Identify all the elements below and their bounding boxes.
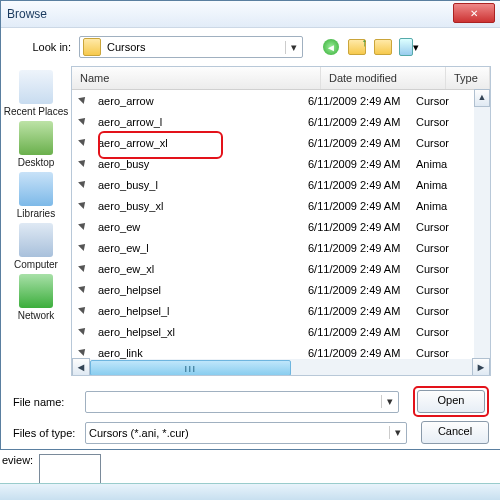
lookin-value: Cursors [104,41,285,53]
sidebar-item-computer[interactable]: Computer [14,223,58,270]
file-row[interactable]: aero_helpsel6/11/2009 2:49 AMCursor [72,279,490,300]
cursor-file-icon [78,178,92,192]
taskbar [0,483,500,500]
file-row[interactable]: aero_helpsel_l6/11/2009 2:49 AMCursor [72,300,490,321]
new-folder-button[interactable] [373,37,393,57]
file-row[interactable]: aero_ew_xl6/11/2009 2:49 AMCursor [72,258,490,279]
file-date: 6/11/2009 2:49 AM [308,284,416,296]
column-date[interactable]: Date modified [321,67,446,89]
window-buttons: ✕ [451,3,495,23]
file-name: aero_busy_xl [98,200,308,212]
column-type[interactable]: Type [446,67,490,89]
file-date: 6/11/2009 2:49 AM [308,179,416,191]
file-date: 6/11/2009 2:49 AM [308,95,416,107]
sidebar-item-network[interactable]: Network [18,274,55,321]
file-date: 6/11/2009 2:49 AM [308,305,416,317]
scroll-up-button[interactable]: ▲ [474,89,490,107]
new-folder-icon [374,39,392,55]
filetype-value: Cursors (*.ani, *.cur) [86,427,389,439]
file-date: 6/11/2009 2:49 AM [308,347,416,359]
cursor-file-icon [78,94,92,108]
sidebar-item-libraries[interactable]: Libraries [17,172,55,219]
filetype-combo[interactable]: Cursors (*.ani, *.cur) ▾ [85,422,407,444]
sidebar-item-recent[interactable]: Recent Places [4,70,68,117]
sidebar-item-label: Desktop [18,157,55,168]
cancel-button[interactable]: Cancel [421,421,489,444]
view-icon [399,38,413,56]
back-button[interactable]: ◄ [321,37,341,57]
scroll-thumb[interactable]: ııı [90,360,291,376]
cursor-file-icon [78,220,92,234]
sidebar-item-label: Libraries [17,208,55,219]
open-highlight: Open [413,386,489,417]
file-name: aero_link [98,347,308,359]
titlebar: Browse ✕ [1,1,500,28]
desktop-icon [19,121,53,155]
file-list-header: Name Date modified Type [72,67,490,90]
file-name: aero_helpsel_l [98,305,308,317]
browse-dialog: Browse ✕ Look in: Cursors ▾ ◄ ▾ Recent P… [0,0,500,450]
chevron-down-icon[interactable]: ▾ [389,426,406,439]
file-date: 6/11/2009 2:49 AM [308,221,416,233]
file-name: aero_ew_l [98,242,308,254]
filename-input[interactable]: ▾ [85,391,399,413]
file-name: aero_busy_l [98,179,308,191]
file-name: aero_arrow [98,95,308,107]
close-button[interactable]: ✕ [453,3,495,23]
lookin-combo[interactable]: Cursors ▾ [79,36,303,58]
scroll-left-button[interactable]: ◄ [72,358,90,376]
chevron-down-icon[interactable]: ▾ [285,41,302,54]
cursor-file-icon [78,283,92,297]
file-name: aero_arrow_xl [98,137,308,149]
folder-up-icon [348,39,366,55]
file-name: aero_ew_xl [98,263,308,275]
file-row[interactable]: aero_ew6/11/2009 2:49 AMCursor [72,216,490,237]
file-row[interactable]: aero_busy_l6/11/2009 2:49 AMAnima [72,174,490,195]
chevron-down-icon[interactable]: ▾ [381,395,398,408]
window-title: Browse [7,7,47,21]
file-name: aero_arrow_l [98,116,308,128]
filetype-label: Files of type: [13,427,77,439]
preview-label: eview: [2,454,33,466]
file-row[interactable]: aero_ew_l6/11/2009 2:49 AMCursor [72,237,490,258]
sidebar-item-desktop[interactable]: Desktop [18,121,55,168]
column-name[interactable]: Name [72,67,321,89]
vertical-scrollbar[interactable]: ▲ [474,89,490,359]
folder-icon [83,38,101,56]
dialog-body: Recent Places Desktop Libraries Computer… [1,66,500,376]
lookin-label: Look in: [13,41,71,53]
file-date: 6/11/2009 2:49 AM [308,242,416,254]
cursor-file-icon [78,115,92,129]
horizontal-scrollbar[interactable]: ◄ ııı ► [72,359,490,375]
file-row[interactable]: aero_arrow_xl6/11/2009 2:49 AMCursor [72,132,490,153]
scroll-right-button[interactable]: ► [472,358,490,376]
open-button[interactable]: Open [417,390,485,413]
file-list: Name Date modified Type aero_arrow6/11/2… [71,66,491,376]
sidebar-item-label: Computer [14,259,58,270]
bottom-panel: File name: ▾ Open Files of type: Cursors… [1,376,500,454]
file-row[interactable]: aero_helpsel_xl6/11/2009 2:49 AMCursor [72,321,490,342]
cursor-file-icon [78,304,92,318]
cursor-file-icon [78,136,92,150]
toolbar: ◄ ▾ [321,37,419,57]
file-name: aero_busy [98,158,308,170]
up-button[interactable] [347,37,367,57]
places-sidebar: Recent Places Desktop Libraries Computer… [1,66,71,376]
cursor-file-icon [78,262,92,276]
file-date: 6/11/2009 2:49 AM [308,326,416,338]
cursor-file-icon [78,157,92,171]
network-icon [19,274,53,308]
file-date: 6/11/2009 2:49 AM [308,200,416,212]
computer-icon [19,223,53,257]
libraries-icon [19,172,53,206]
file-row[interactable]: aero_arrow_l6/11/2009 2:49 AMCursor [72,111,490,132]
file-row[interactable]: aero_busy6/11/2009 2:49 AMAnima [72,153,490,174]
back-icon: ◄ [323,39,339,55]
cursor-file-icon [78,199,92,213]
file-row[interactable]: aero_busy_xl6/11/2009 2:49 AMAnima [72,195,490,216]
file-row[interactable]: aero_arrow6/11/2009 2:49 AMCursor [72,90,490,111]
file-name: aero_ew [98,221,308,233]
file-date: 6/11/2009 2:49 AM [308,263,416,275]
view-menu-button[interactable]: ▾ [399,37,419,57]
scroll-track[interactable]: ııı [90,360,472,374]
